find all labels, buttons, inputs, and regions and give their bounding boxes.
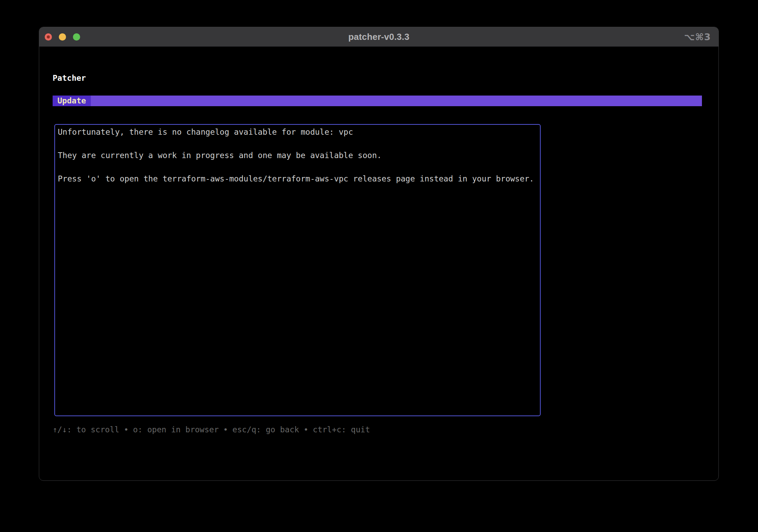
- help-item-open-browser: o: open in browser: [133, 425, 219, 434]
- changelog-line: They are currently a work in progress an…: [58, 149, 537, 161]
- desktop-background: patcher-v0.3.3 ⌥⌘3 Patcher Update Unfort…: [0, 0, 758, 532]
- help-item-quit: ctrl+c: quit: [313, 425, 370, 434]
- changelog-line: Unfortunately, there is no changelog ava…: [58, 126, 537, 138]
- close-button[interactable]: [45, 33, 52, 41]
- changelog-line: Press 'o' to open the terraform-aws-modu…: [58, 173, 537, 185]
- tab-shortcut-hint: ⌥⌘3: [684, 32, 711, 42]
- fullscreen-button[interactable]: [73, 33, 80, 41]
- minimize-button[interactable]: [59, 33, 66, 41]
- bullet-separator: •: [124, 424, 129, 435]
- tab-update[interactable]: Update: [53, 96, 91, 106]
- app-window: patcher-v0.3.3 ⌥⌘3 Patcher Update Unfort…: [39, 27, 719, 481]
- window-title: patcher-v0.3.3: [39, 32, 718, 42]
- help-item-scroll: ↑/↓: to scroll: [53, 425, 119, 434]
- document-edited-icon: [47, 35, 50, 38]
- bullet-separator: •: [304, 424, 308, 435]
- window-titlebar[interactable]: patcher-v0.3.3 ⌥⌘3: [39, 27, 718, 47]
- changelog-viewport[interactable]: Unfortunately, there is no changelog ava…: [54, 124, 541, 416]
- terminal-view: Patcher Update Unfortunately, there is n…: [39, 47, 718, 480]
- tab-bar: Update: [53, 96, 702, 106]
- help-bar: ↑/↓: to scroll•o: open in browser•esc/q:…: [53, 424, 370, 435]
- help-item-go-back: esc/q: go back: [232, 425, 299, 434]
- traffic-lights: [39, 33, 80, 41]
- bullet-separator: •: [223, 424, 228, 435]
- app-title: Patcher: [53, 72, 86, 84]
